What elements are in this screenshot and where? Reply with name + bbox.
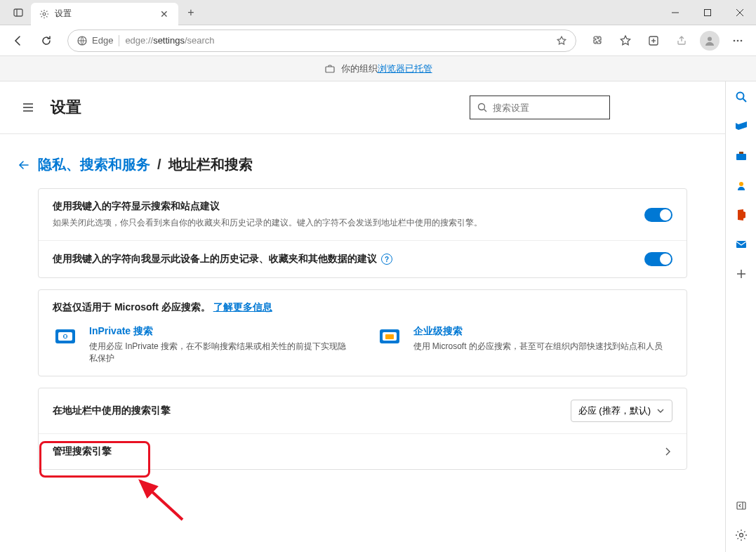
setting-title: 在地址栏中使用的搜索引擎: [53, 405, 562, 417]
toggle-history-suggestions[interactable]: [644, 252, 672, 266]
setting-row-manage-engines[interactable]: 管理搜索引擎: [39, 433, 687, 469]
inprivate-icon: [53, 325, 81, 348]
svg-point-14: [741, 39, 743, 41]
svg-rect-24: [65, 335, 67, 338]
svg-point-13: [737, 39, 739, 41]
search-engine-dropdown[interactable]: 必应 (推荐，默认): [571, 400, 672, 422]
annotation-arrow: [126, 471, 197, 527]
benefit-enterprise: 企业级搜索 使用 Microsoft 的必应搜索，甚至可在组织内部快速找到站点和…: [377, 325, 673, 364]
settings-header: 设置: [0, 81, 725, 134]
window-titlebar: 设置 ✕ +: [0, 0, 756, 25]
briefcase-icon: [324, 63, 336, 74]
svg-rect-36: [737, 502, 745, 509]
sidebar-hide-icon[interactable]: [733, 497, 750, 514]
svg-rect-0: [14, 9, 22, 16]
enterprise-icon: [377, 325, 405, 348]
sidebar-settings-icon[interactable]: [733, 527, 750, 544]
sidebar-office-icon[interactable]: [733, 206, 750, 223]
setting-desc: 如果关闭此选项，你只会看到来自你的收藏夹和历史记录的建议。键入的字符不会发送到地…: [53, 217, 636, 229]
page-title: 设置: [51, 97, 81, 118]
sidebar-outlook-icon[interactable]: [733, 236, 750, 253]
learn-more-link[interactable]: 了解更多信息: [213, 301, 272, 313]
close-window-button[interactable]: [724, 0, 756, 25]
window-controls: [659, 0, 756, 25]
search-engine-card: 在地址栏中使用的搜索引擎 必应 (推荐，默认) 管理搜索引擎: [38, 388, 687, 470]
settings-search[interactable]: [470, 96, 610, 119]
svg-rect-31: [739, 152, 743, 154]
breadcrumb-current: 地址栏和搜索: [168, 155, 253, 174]
toggle-suggestions[interactable]: [644, 208, 672, 222]
org-banner: 你的组织浏览器已托管: [0, 56, 756, 81]
favorite-icon[interactable]: [556, 35, 567, 46]
collections-icon[interactable]: [641, 28, 666, 53]
tab-strip: 设置 ✕ +: [0, 0, 206, 25]
svg-point-2: [43, 13, 46, 15]
setting-title: 使用我键入的字符向我显示此设备上的历史记录、收藏夹和其他数据的建议: [53, 253, 377, 265]
benefit-name: 企业级搜索: [413, 325, 663, 338]
profile-button[interactable]: [697, 28, 722, 53]
browser-tab[interactable]: 设置 ✕: [31, 3, 178, 25]
breadcrumb-separator: /: [157, 157, 161, 173]
address-prefix: Edge: [77, 35, 119, 46]
setting-row-engine: 在地址栏中使用的搜索引擎 必应 (推荐，默认): [39, 388, 687, 433]
more-button[interactable]: [725, 28, 750, 53]
setting-title: 管理搜索引擎: [53, 445, 654, 458]
svg-point-28: [736, 93, 743, 100]
chevron-down-icon: [656, 407, 665, 415]
address-bar[interactable]: Edge edge://settings/search: [67, 29, 576, 52]
search-icon: [477, 103, 487, 112]
browser-toolbar: Edge edge://settings/search: [0, 25, 756, 56]
svg-point-32: [739, 182, 743, 186]
sidebar-games-icon[interactable]: [733, 177, 750, 194]
sidebar-shopping-icon[interactable]: [733, 118, 750, 135]
new-tab-button[interactable]: +: [181, 3, 201, 22]
maximize-button[interactable]: [691, 0, 724, 25]
svg-line-29: [743, 99, 746, 103]
svg-point-19: [479, 104, 485, 110]
close-icon[interactable]: ✕: [159, 8, 170, 20]
svg-point-38: [739, 534, 743, 537]
info-icon[interactable]: ?: [381, 254, 392, 265]
address-url: edge://settings/search: [125, 35, 214, 46]
breadcrumb: 隐私、搜索和服务 / 地址栏和搜索: [0, 134, 725, 188]
svg-rect-15: [326, 67, 334, 72]
svg-rect-30: [736, 154, 746, 160]
svg-rect-4: [705, 9, 711, 15]
tab-title: 设置: [55, 8, 153, 20]
extensions-icon[interactable]: [585, 28, 610, 53]
sidebar-tools-icon[interactable]: [733, 147, 750, 164]
sidebar-add-icon[interactable]: [733, 265, 750, 282]
banner-text: 你的组织: [341, 63, 378, 74]
setting-title: 使用我键入的字符显示搜索和站点建议: [53, 200, 636, 213]
benefit-desc: 使用必应 InPrivate 搜索，在不影响搜索结果或相关性的前提下实现隐私保护: [89, 341, 349, 364]
back-button[interactable]: [6, 28, 31, 53]
setting-row-suggestions: 使用我键入的字符显示搜索和站点建议 如果关闭此选项，你只会看到来自你的收藏夹和历…: [39, 189, 687, 240]
search-input[interactable]: [493, 103, 611, 113]
settings-content: 设置 隐私、搜索和服务 / 地址栏和搜索 使用我键入的字符显示搜索和站点建议 如…: [0, 81, 725, 552]
setting-row-history: 使用我键入的字符向我显示此设备上的历史记录、收藏夹和其他数据的建议 ?: [39, 240, 687, 277]
svg-rect-33: [736, 241, 746, 248]
benefits-title: 权益仅适用于 Microsoft 必应搜索。 了解更多信息: [53, 301, 672, 314]
suggestions-card: 使用我键入的字符显示搜索和站点建议 如果关闭此选项，你只会看到来自你的收藏夹和历…: [38, 188, 687, 278]
breadcrumb-link[interactable]: 隐私、搜索和服务: [38, 155, 150, 174]
gear-icon: [39, 9, 49, 19]
benefit-name: InPrivate 搜索: [89, 325, 349, 338]
svg-point-11: [708, 37, 712, 41]
benefits-card: 权益仅适用于 Microsoft 必应搜索。 了解更多信息 InPrivate …: [38, 289, 687, 376]
minimize-button[interactable]: [659, 0, 691, 25]
tab-actions-button[interactable]: [6, 0, 31, 25]
svg-point-12: [734, 39, 736, 41]
svg-line-20: [484, 110, 487, 112]
edge-sidebar: [725, 81, 756, 552]
refresh-button[interactable]: [34, 28, 59, 53]
sidebar-search-icon[interactable]: [733, 88, 750, 105]
menu-button[interactable]: [17, 96, 39, 119]
svg-rect-27: [385, 334, 394, 339]
banner-link[interactable]: 浏览器已托管: [378, 63, 432, 74]
share-icon[interactable]: [669, 28, 694, 53]
benefit-desc: 使用 Microsoft 的必应搜索，甚至可在组织内部快速找到站点和人员: [413, 341, 663, 353]
svg-line-39: [140, 481, 183, 520]
dropdown-value: 必应 (推荐，默认): [578, 405, 651, 417]
breadcrumb-back-icon[interactable]: [17, 158, 31, 172]
favorites-icon[interactable]: [613, 28, 638, 53]
